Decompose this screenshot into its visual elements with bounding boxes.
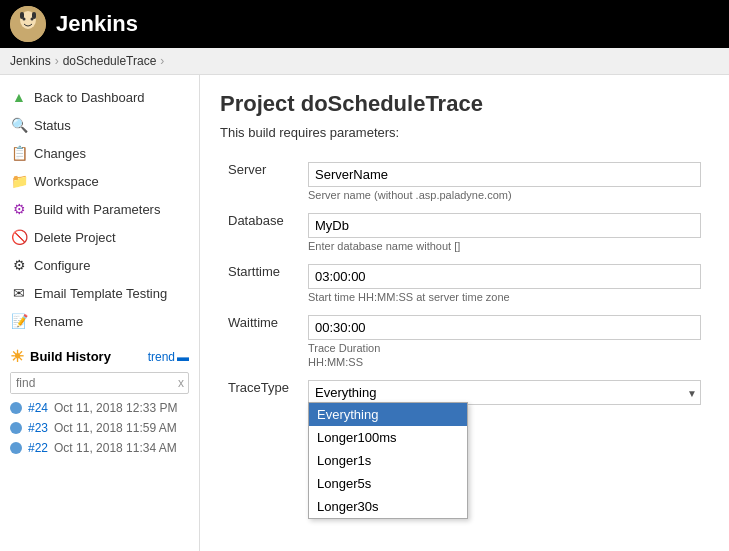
- svg-rect-5: [32, 12, 36, 19]
- breadcrumb-jenkins[interactable]: Jenkins: [10, 54, 51, 68]
- sidebar-item-changes[interactable]: 📋 Changes: [0, 139, 199, 167]
- dropdown-item-longer5s[interactable]: Longer5s: [309, 472, 467, 495]
- back-arrow-icon: ▲: [10, 88, 28, 106]
- build-item-24: #24 Oct 11, 2018 12:33 PM: [10, 398, 189, 418]
- param-row-tracetype: TraceType Everything Longer100ms Longer1…: [220, 374, 709, 411]
- param-input-database[interactable]: [308, 213, 701, 238]
- sidebar-item-delete-project[interactable]: 🚫 Delete Project: [0, 223, 199, 251]
- main-content: Project doScheduleTrace This build requi…: [200, 75, 729, 551]
- build-date-24: Oct 11, 2018 12:33 PM: [54, 401, 177, 415]
- build-date-23: Oct 11, 2018 11:59 AM: [54, 421, 177, 435]
- param-hint2-waittime: HH:MM:SS: [308, 356, 701, 368]
- param-label-database: Database: [220, 207, 300, 258]
- build-status-dot-24: [10, 402, 22, 414]
- sun-icon: ☀: [10, 347, 24, 366]
- sidebar-item-back-to-dashboard[interactable]: ▲ Back to Dashboard: [0, 83, 199, 111]
- app-header: Jenkins: [0, 0, 729, 48]
- sidebar-item-label-workspace: Workspace: [34, 174, 99, 189]
- build-search-input[interactable]: [11, 373, 174, 393]
- dropdown-item-longer30s[interactable]: Longer30s: [309, 495, 467, 518]
- svg-rect-4: [20, 12, 24, 19]
- rename-icon: 📝: [10, 312, 28, 330]
- param-input-waittime[interactable]: [308, 315, 701, 340]
- app-title: Jenkins: [56, 11, 138, 37]
- param-row-server: Server Server name (without .asp.paladyn…: [220, 156, 709, 207]
- param-row-waittime: Waittime Trace Duration HH:MM:SS: [220, 309, 709, 374]
- sidebar-item-label-rename: Rename: [34, 314, 83, 329]
- param-hint-server: Server name (without .asp.paladyne.com): [308, 189, 701, 201]
- search-clear-button[interactable]: x: [174, 376, 188, 390]
- configure-icon: ⚙: [10, 256, 28, 274]
- search-icon: 🔍: [10, 116, 28, 134]
- sidebar-item-label-back: Back to Dashboard: [34, 90, 145, 105]
- sidebar-item-label-configure: Configure: [34, 258, 90, 273]
- build-item-22: #22 Oct 11, 2018 11:34 AM: [10, 438, 189, 458]
- param-hint-waittime: Trace Duration: [308, 342, 701, 354]
- trend-label: trend: [148, 350, 175, 364]
- param-cell-waittime: Trace Duration HH:MM:SS: [300, 309, 709, 374]
- param-row-database: Database Enter database name without []: [220, 207, 709, 258]
- build-item-23: #23 Oct 11, 2018 11:59 AM: [10, 418, 189, 438]
- page-subtitle: This build requires parameters:: [220, 125, 709, 140]
- sidebar-item-label-email: Email Template Testing: [34, 286, 167, 301]
- build-status-dot-22: [10, 442, 22, 454]
- params-table: Server Server name (without .asp.paladyn…: [220, 156, 709, 460]
- build-button-label-cell: [220, 411, 300, 460]
- param-row-starttime: Starttime Start time HH:MM:SS at server …: [220, 258, 709, 309]
- param-label-tracetype: TraceType: [220, 374, 300, 411]
- email-icon: ✉: [10, 284, 28, 302]
- dropdown-item-everything-selected[interactable]: Everything: [309, 403, 467, 426]
- build-history-header: ☀ Build History trend ▬: [10, 347, 189, 366]
- sidebar-item-label-build: Build with Parameters: [34, 202, 160, 217]
- sidebar-item-label-delete: Delete Project: [34, 230, 116, 245]
- param-label-starttime: Starttime: [220, 258, 300, 309]
- tracetype-dropdown[interactable]: Everything Longer100ms Longer1s Longer5s…: [308, 402, 468, 519]
- main-layout: ▲ Back to Dashboard 🔍 Status 📋 Changes 📁…: [0, 75, 729, 551]
- build-date-22: Oct 11, 2018 11:34 AM: [54, 441, 177, 455]
- breadcrumb: Jenkins › doScheduleTrace ›: [0, 48, 729, 75]
- build-history-section: ☀ Build History trend ▬ x #24 Oct 11, 20…: [0, 339, 199, 458]
- breadcrumb-sep-1: ›: [55, 54, 59, 68]
- delete-icon: 🚫: [10, 228, 28, 246]
- sidebar-item-label-changes: Changes: [34, 146, 86, 161]
- tracetype-select-wrapper[interactable]: Everything Longer100ms Longer1s Longer5s…: [308, 380, 701, 405]
- breadcrumb-schedule-trace[interactable]: doScheduleTrace: [63, 54, 157, 68]
- param-label-server: Server: [220, 156, 300, 207]
- sidebar-item-label-status: Status: [34, 118, 71, 133]
- changes-icon: 📋: [10, 144, 28, 162]
- build-search-bar[interactable]: x: [10, 372, 189, 394]
- param-cell-server: Server name (without .asp.paladyne.com): [300, 156, 709, 207]
- param-label-waittime: Waittime: [220, 309, 300, 374]
- param-input-starttime[interactable]: [308, 264, 701, 289]
- param-cell-starttime: Start time HH:MM:SS at server time zone: [300, 258, 709, 309]
- dropdown-item-longer1s[interactable]: Longer1s: [309, 449, 467, 472]
- trend-link[interactable]: trend ▬: [148, 350, 189, 364]
- gear-icon: ⚙: [10, 200, 28, 218]
- dropdown-item-longer100ms[interactable]: Longer100ms: [309, 426, 467, 449]
- param-cell-tracetype: Everything Longer100ms Longer1s Longer5s…: [300, 374, 709, 411]
- sidebar-item-build-with-parameters[interactable]: ⚙ Build with Parameters: [0, 195, 199, 223]
- sidebar: ▲ Back to Dashboard 🔍 Status 📋 Changes 📁…: [0, 75, 200, 551]
- sidebar-item-workspace[interactable]: 📁 Workspace: [0, 167, 199, 195]
- param-hint-starttime: Start time HH:MM:SS at server time zone: [308, 291, 701, 303]
- build-link-22[interactable]: #22: [28, 441, 48, 455]
- trend-chart-icon: ▬: [177, 350, 189, 364]
- breadcrumb-sep-2: ›: [160, 54, 164, 68]
- sidebar-item-configure[interactable]: ⚙ Configure: [0, 251, 199, 279]
- jenkins-logo: [10, 6, 46, 42]
- build-history-title: ☀ Build History: [10, 347, 111, 366]
- param-input-server[interactable]: [308, 162, 701, 187]
- build-history-label: Build History: [30, 349, 111, 364]
- build-status-dot-23: [10, 422, 22, 434]
- sidebar-item-status[interactable]: 🔍 Status: [0, 111, 199, 139]
- folder-icon: 📁: [10, 172, 28, 190]
- build-link-24[interactable]: #24: [28, 401, 48, 415]
- page-title: Project doScheduleTrace: [220, 91, 709, 117]
- sidebar-item-email-template-testing[interactable]: ✉ Email Template Testing: [0, 279, 199, 307]
- param-hint-database: Enter database name without []: [308, 240, 701, 252]
- sidebar-item-rename[interactable]: 📝 Rename: [0, 307, 199, 335]
- build-link-23[interactable]: #23: [28, 421, 48, 435]
- param-cell-database: Enter database name without []: [300, 207, 709, 258]
